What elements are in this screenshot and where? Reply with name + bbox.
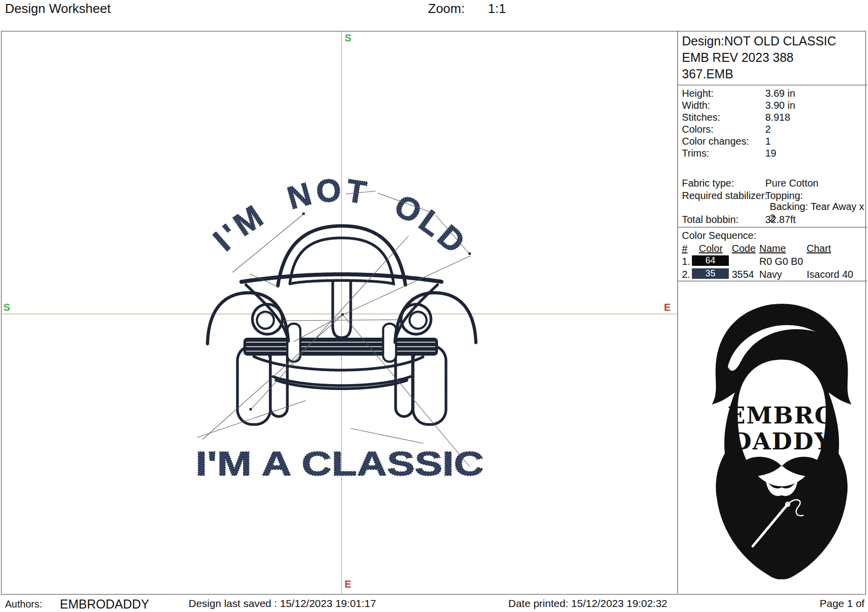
divider xyxy=(678,227,867,227)
zoom-value: 1:1 xyxy=(488,1,506,16)
date-printed-timestamp: Date printed: 15/12/2023 19:02:32 xyxy=(508,598,667,610)
end-marker-right: E xyxy=(664,302,670,312)
embrodaddy-logo: EMBRO DADDY xyxy=(697,301,867,588)
start-marker-left: S xyxy=(3,302,10,312)
authors-label: Authors: xyxy=(5,599,42,610)
color-row-code: 3554 xyxy=(732,269,754,280)
bobbin-value: 32.87ft xyxy=(765,214,796,225)
zoom-label: Zoom: xyxy=(428,1,465,16)
last-saved-timestamp: Design last saved : 15/12/2023 19:01:17 xyxy=(189,598,376,610)
fabric-value: Pure Cotton xyxy=(765,178,819,189)
col-header-code: Code xyxy=(732,243,756,254)
color-row-num: 1. xyxy=(682,256,690,267)
design-canvas: S S E E xyxy=(1,31,677,594)
spec-value: 3.90 in xyxy=(765,100,795,111)
col-header-color: Color xyxy=(699,243,723,254)
color-sequence-heading: Color Sequence: xyxy=(682,230,756,241)
page-title: Design Worksheet xyxy=(5,1,111,16)
design-lettering: I'M NOT OLD I'M A CLASSIC xyxy=(196,172,484,482)
color-row-chart: Isacord 40 xyxy=(807,269,853,280)
authors-value: EMBRODADDY xyxy=(60,597,149,612)
spec-label: Stitches: xyxy=(682,112,720,123)
spec-label: Trims: xyxy=(682,148,709,159)
logo-text-line2: DADDY xyxy=(731,427,832,455)
color-row-name: Navy xyxy=(759,269,782,280)
color-swatch: 35 xyxy=(692,268,729,279)
embroidery-design: I'M NOT OLD I'M A CLASSIC xyxy=(190,170,489,484)
color-row-num: 2. xyxy=(682,269,690,280)
fabric-label: Fabric type: xyxy=(682,178,734,189)
page-number: Page 1 of 2 xyxy=(820,598,868,612)
spec-label: Width: xyxy=(682,100,710,111)
col-header-name: Name xyxy=(759,243,786,254)
divider xyxy=(678,85,867,85)
spec-value: 2 xyxy=(765,124,771,135)
col-header-num: # xyxy=(682,243,687,254)
color-swatch: 64 xyxy=(692,255,729,266)
spec-value: 19 xyxy=(765,148,776,159)
spec-label: Color changes: xyxy=(682,136,749,147)
design-name: Design:NOT OLD CLASSIC EMB REV 2023 388 … xyxy=(682,33,863,82)
end-marker-bottom: E xyxy=(345,579,351,589)
spec-label: Height: xyxy=(682,88,713,99)
spec-label: Colors: xyxy=(682,124,713,135)
arch-text: I'M NOT OLD xyxy=(207,172,475,262)
stabilizer-value: Topping: xyxy=(765,190,803,202)
col-header-chart: Chart xyxy=(807,243,831,254)
spec-value: 3.69 in xyxy=(765,88,795,99)
spec-value: 1 xyxy=(765,136,771,147)
divider xyxy=(678,281,867,281)
worksheet-page: S S E E xyxy=(1,31,866,595)
info-panel: Design:NOT OLD CLASSIC EMB REV 2023 388 … xyxy=(677,31,867,594)
start-marker-top: S xyxy=(345,33,351,43)
bottom-text: I'M A CLASSIC xyxy=(196,444,484,482)
bobbin-label: Total bobbin: xyxy=(682,214,738,225)
color-row-name: R0 G0 B0 xyxy=(759,256,803,267)
spec-value: 8.918 xyxy=(765,112,790,123)
logo-text-line1: EMBRO xyxy=(727,402,836,429)
beetle-car-outline xyxy=(208,226,476,424)
stabilizer-label: Required stabilizer: xyxy=(682,190,767,202)
